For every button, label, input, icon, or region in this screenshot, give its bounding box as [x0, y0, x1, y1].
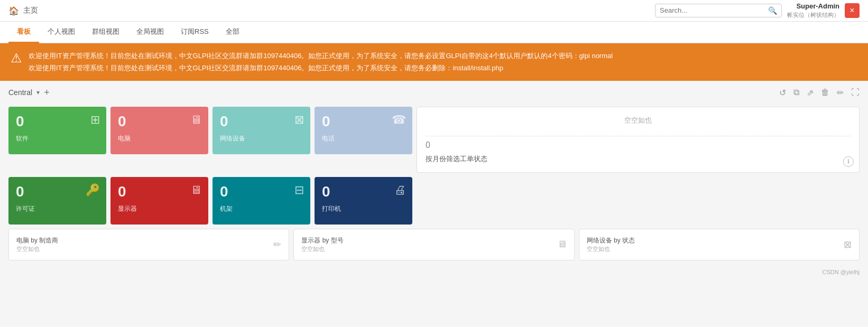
- search-icon[interactable]: 🔍: [768, 6, 777, 15]
- rack-icon: ⊟: [294, 183, 304, 197]
- search-input[interactable]: [660, 6, 768, 14]
- bottom-card-network-info: 网络设备 by 状态 空空如也: [587, 236, 635, 253]
- widget-info-icon[interactable]: ℹ: [843, 156, 854, 167]
- computer-count: 0: [118, 113, 201, 130]
- tabs-bar: 看板 个人视图 群组视图 全局视图 订阅RSS 全部: [0, 22, 868, 43]
- network-icon: ⊠: [294, 113, 304, 127]
- license-icon: 🔑: [86, 183, 100, 197]
- navbar-left: 🏠 主页: [8, 6, 38, 16]
- bottom-card-computer[interactable]: 电脑 by 制造商 空空如也 ✏: [8, 229, 289, 260]
- stat-card-license[interactable]: 0 🔑 许可证: [8, 177, 106, 225]
- footer: CSDN @ylelhj: [0, 267, 868, 277]
- tab-rss[interactable]: 订阅RSS: [172, 22, 217, 43]
- delete-icon[interactable]: 🗑: [821, 88, 829, 97]
- stat-card-rack[interactable]: 0 ⊟ 机架: [213, 177, 310, 225]
- rack-label: 机架: [220, 204, 303, 213]
- stat-card-printer[interactable]: 0 🖨 打印机: [315, 177, 412, 225]
- bottom-card-monitor-title: 显示器 by 型号: [301, 236, 343, 245]
- edit-icon[interactable]: ✏: [837, 88, 844, 98]
- phone-label: 电话: [322, 134, 405, 143]
- software-count: 0: [16, 113, 99, 130]
- printer-count: 0: [322, 183, 405, 200]
- rack-count: 0: [220, 183, 303, 200]
- dashboard-area: Central ▾ + ↺ ⧉ ⇗ 🗑 ✏ ⛶ 0 ⊞ 软件 0 🖥 电脑 0: [0, 81, 868, 267]
- bottom-card-computer-title: 电脑 by 制造商: [16, 236, 58, 245]
- user-info: Super-Admin 帐实位（树状结构）: [787, 2, 839, 20]
- bottom-card-monitor-icon: 🖥: [557, 239, 567, 250]
- computer-icon: 🖥: [190, 113, 202, 127]
- phone-icon: ☎: [392, 113, 406, 127]
- user-name: Super-Admin: [787, 2, 839, 11]
- fullscreen-icon[interactable]: ⛶: [851, 88, 860, 97]
- bottom-card-monitor-info: 显示器 by 型号 空空如也: [301, 236, 343, 253]
- bottom-card-network[interactable]: 网络设备 by 状态 空空如也 ⊠: [579, 229, 860, 260]
- printer-label: 打印机: [322, 204, 405, 213]
- bottom-card-network-subtitle: 空空如也: [587, 245, 635, 253]
- tab-global[interactable]: 全局视图: [128, 22, 172, 43]
- search-box[interactable]: 🔍: [655, 4, 782, 17]
- navbar-right: 🔍 Super-Admin 帐实位（树状结构） ×: [655, 2, 860, 20]
- alert-message-2: 欢迎使用IT资产管理系统！目前您处在测试环境，中文GLPI社区交流群请加群109…: [29, 62, 613, 74]
- stat-card-computer[interactable]: 0 🖥 电脑: [110, 107, 208, 154]
- widget-title: 按月份筛选工单状态: [426, 154, 851, 164]
- stat-card-phone[interactable]: 0 ☎ 电话: [315, 107, 412, 154]
- dashboard-left: Central ▾ +: [8, 87, 50, 98]
- license-label: 许可证: [16, 204, 99, 213]
- monitor-label: 显示器: [118, 204, 201, 213]
- bottom-card-network-title: 网络设备 by 状态: [587, 236, 635, 245]
- bottom-card-computer-info: 电脑 by 制造商 空空如也: [16, 236, 58, 253]
- bottom-card-network-icon: ⊠: [844, 239, 852, 250]
- computer-label: 电脑: [118, 134, 201, 143]
- cards-row-2: 0 🔑 许可证 0 🖥 显示器 0 ⊟ 机架 0 🖨 打印机: [8, 177, 860, 225]
- share-icon[interactable]: ⇗: [807, 88, 814, 98]
- network-count: 0: [220, 113, 303, 130]
- stat-card-software[interactable]: 0 ⊞ 软件: [8, 107, 106, 154]
- bottom-card-monitor-subtitle: 空空如也: [301, 245, 343, 253]
- home-icon: 🏠: [8, 6, 19, 16]
- software-icon: ⊞: [90, 113, 100, 127]
- widget-empty-text: 空空如也: [426, 116, 851, 136]
- dashboard-toolbar: Central ▾ + ↺ ⧉ ⇗ 🗑 ✏ ⛶: [8, 87, 860, 98]
- printer-icon: 🖨: [394, 183, 406, 197]
- monitor-icon: 🖥: [190, 183, 202, 197]
- dashboard-actions: ↺ ⧉ ⇗ 🗑 ✏ ⛶: [779, 88, 860, 98]
- alert-banner: ⚠ 欢迎使用IT资产管理系统！目前您处在测试环境，中文GLPI社区交流群请加群1…: [0, 43, 868, 81]
- widget-number: 0: [426, 136, 851, 150]
- bottom-card-computer-subtitle: 空空如也: [16, 245, 58, 253]
- bottom-card-monitor[interactable]: 显示器 by 型号 空空如也 🖥: [293, 229, 574, 260]
- software-label: 软件: [16, 134, 99, 143]
- close-button[interactable]: ×: [845, 3, 860, 18]
- tab-kanban[interactable]: 看板: [8, 22, 39, 43]
- alert-messages: 欢迎使用IT资产管理系统！目前您处在测试环境，中文GLPI社区交流群请加群109…: [29, 50, 613, 74]
- home-label: 主页: [23, 6, 38, 15]
- tab-personal[interactable]: 个人视图: [39, 22, 84, 43]
- top-navbar: 🏠 主页 🔍 Super-Admin 帐实位（树状结构） ×: [0, 0, 868, 22]
- stat-card-monitor[interactable]: 0 🖥 显示器: [110, 177, 208, 225]
- user-sub: 帐实位（树状结构）: [787, 11, 839, 19]
- copy-icon[interactable]: ⧉: [793, 88, 799, 97]
- alert-message-1: 欢迎使用IT资产管理系统！目前您处在测试环境，中文GLPI社区交流群请加群109…: [29, 50, 613, 62]
- add-dashboard-button[interactable]: +: [44, 87, 50, 98]
- network-label: 网络设备: [220, 134, 303, 143]
- tab-group[interactable]: 群组视图: [84, 22, 128, 43]
- alert-icon: ⚠: [11, 51, 22, 66]
- central-label: Central: [8, 88, 32, 97]
- dropdown-arrow-icon[interactable]: ▾: [36, 89, 40, 96]
- cards-row-1: 0 ⊞ 软件 0 🖥 电脑 0 ⊠ 网络设备 0 ☎ 电话 空空如也 0 按月份…: [8, 107, 860, 173]
- bottom-cards-row: 电脑 by 制造商 空空如也 ✏ 显示器 by 型号 空空如也 🖥 网络设备 b…: [8, 229, 860, 260]
- right-widget: 空空如也 0 按月份筛选工单状态 ℹ: [417, 107, 860, 173]
- stat-card-network[interactable]: 0 ⊠ 网络设备: [213, 107, 310, 154]
- footer-text: CSDN @ylelhj: [823, 269, 860, 275]
- tab-all[interactable]: 全部: [217, 22, 248, 43]
- refresh-icon[interactable]: ↺: [779, 88, 786, 98]
- bottom-card-computer-icon: ✏: [273, 239, 281, 250]
- monitor-count: 0: [118, 183, 201, 200]
